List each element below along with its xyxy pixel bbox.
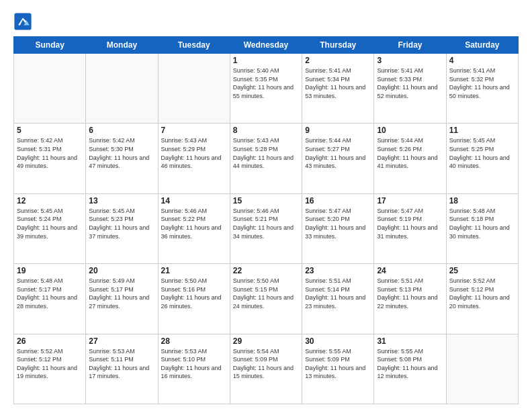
day-info: Sunrise: 5:45 AM Sunset: 5:24 PM Dayligh… [17, 207, 83, 240]
day-info: Sunrise: 5:44 AM Sunset: 5:26 PM Dayligh… [377, 136, 443, 170]
day-info: Sunrise: 5:41 AM Sunset: 5:34 PM Dayligh… [305, 66, 371, 100]
day-number: 19 [17, 266, 83, 275]
weekday-header-thursday: Thursday [302, 37, 374, 54]
day-number: 8 [233, 126, 299, 135]
weekday-header-tuesday: Tuesday [158, 37, 230, 54]
day-number: 9 [305, 126, 371, 135]
day-number: 12 [17, 196, 83, 205]
day-info: Sunrise: 5:51 AM Sunset: 5:13 PM Dayligh… [377, 277, 443, 310]
day-number: 16 [305, 196, 371, 205]
day-number: 25 [449, 266, 515, 275]
day-number: 1 [233, 56, 299, 65]
weekday-header-sunday: Sunday [14, 37, 86, 54]
day-info: Sunrise: 5:49 AM Sunset: 5:17 PM Dayligh… [89, 277, 154, 310]
day-number: 18 [449, 196, 515, 205]
day-info: Sunrise: 5:41 AM Sunset: 5:32 PM Dayligh… [449, 66, 515, 100]
calendar-cell: 27Sunrise: 5:53 AM Sunset: 5:11 PM Dayli… [86, 334, 158, 404]
day-info: Sunrise: 5:45 AM Sunset: 5:25 PM Dayligh… [449, 136, 515, 170]
calendar-cell: 17Sunrise: 5:47 AM Sunset: 5:19 PM Dayli… [374, 193, 446, 263]
day-number: 5 [17, 126, 83, 135]
svg-rect-0 [14, 13, 31, 30]
calendar-cell [446, 334, 518, 404]
day-number: 15 [233, 196, 299, 205]
day-number: 14 [161, 196, 227, 205]
day-info: Sunrise: 5:55 AM Sunset: 5:08 PM Dayligh… [377, 347, 443, 381]
calendar-week-row: 19Sunrise: 5:48 AM Sunset: 5:17 PM Dayli… [14, 264, 519, 334]
day-info: Sunrise: 5:44 AM Sunset: 5:27 PM Dayligh… [305, 136, 371, 170]
calendar-cell: 31Sunrise: 5:55 AM Sunset: 5:08 PM Dayli… [374, 334, 446, 404]
calendar-cell: 29Sunrise: 5:54 AM Sunset: 5:09 PM Dayli… [230, 334, 302, 404]
day-info: Sunrise: 5:53 AM Sunset: 5:11 PM Dayligh… [89, 347, 154, 381]
calendar-cell: 9Sunrise: 5:44 AM Sunset: 5:27 PM Daylig… [302, 124, 374, 193]
calendar-cell: 23Sunrise: 5:51 AM Sunset: 5:14 PM Dayli… [302, 264, 374, 334]
calendar-week-row: 12Sunrise: 5:45 AM Sunset: 5:24 PM Dayli… [14, 193, 519, 263]
calendar-week-row: 5Sunrise: 5:42 AM Sunset: 5:31 PM Daylig… [14, 124, 519, 193]
day-info: Sunrise: 5:50 AM Sunset: 5:16 PM Dayligh… [161, 277, 227, 310]
calendar-cell: 25Sunrise: 5:52 AM Sunset: 5:12 PM Dayli… [446, 264, 518, 334]
calendar-cell: 11Sunrise: 5:45 AM Sunset: 5:25 PM Dayli… [446, 124, 518, 193]
day-number: 21 [161, 266, 227, 275]
calendar-cell: 16Sunrise: 5:47 AM Sunset: 5:20 PM Dayli… [302, 193, 374, 263]
day-number: 28 [161, 336, 227, 346]
day-number: 29 [233, 336, 299, 346]
day-number: 23 [305, 266, 371, 275]
day-number: 27 [89, 336, 154, 346]
logo [13, 12, 35, 31]
calendar-cell: 28Sunrise: 5:53 AM Sunset: 5:10 PM Dayli… [158, 334, 230, 404]
calendar-cell: 14Sunrise: 5:46 AM Sunset: 5:22 PM Dayli… [158, 193, 230, 263]
calendar-cell: 7Sunrise: 5:43 AM Sunset: 5:29 PM Daylig… [158, 124, 230, 193]
day-info: Sunrise: 5:47 AM Sunset: 5:19 PM Dayligh… [377, 207, 443, 240]
day-number: 31 [377, 336, 443, 346]
calendar-cell [158, 54, 230, 124]
weekday-header-saturday: Saturday [446, 37, 518, 54]
day-info: Sunrise: 5:52 AM Sunset: 5:12 PM Dayligh… [17, 347, 83, 381]
day-info: Sunrise: 5:51 AM Sunset: 5:14 PM Dayligh… [305, 277, 371, 310]
day-info: Sunrise: 5:48 AM Sunset: 5:17 PM Dayligh… [17, 277, 83, 310]
calendar-cell: 5Sunrise: 5:42 AM Sunset: 5:31 PM Daylig… [14, 124, 86, 193]
day-number: 26 [17, 336, 83, 346]
calendar-cell [14, 54, 86, 124]
day-info: Sunrise: 5:46 AM Sunset: 5:21 PM Dayligh… [233, 207, 299, 240]
calendar-week-row: 1Sunrise: 5:40 AM Sunset: 5:35 PM Daylig… [14, 54, 519, 124]
calendar-cell: 30Sunrise: 5:55 AM Sunset: 5:09 PM Dayli… [302, 334, 374, 404]
day-number: 30 [305, 336, 371, 346]
calendar-cell: 6Sunrise: 5:42 AM Sunset: 5:30 PM Daylig… [86, 124, 158, 193]
day-info: Sunrise: 5:40 AM Sunset: 5:35 PM Dayligh… [233, 66, 299, 100]
header [13, 12, 519, 31]
day-info: Sunrise: 5:45 AM Sunset: 5:23 PM Dayligh… [89, 207, 154, 240]
day-number: 3 [377, 56, 443, 65]
calendar-cell: 13Sunrise: 5:45 AM Sunset: 5:23 PM Dayli… [86, 193, 158, 263]
day-info: Sunrise: 5:50 AM Sunset: 5:15 PM Dayligh… [233, 277, 299, 310]
page: SundayMondayTuesdayWednesdayThursdayFrid… [0, 0, 532, 411]
day-number: 2 [305, 56, 371, 65]
calendar-cell: 2Sunrise: 5:41 AM Sunset: 5:34 PM Daylig… [302, 54, 374, 124]
day-number: 11 [449, 126, 515, 135]
calendar-cell: 1Sunrise: 5:40 AM Sunset: 5:35 PM Daylig… [230, 54, 302, 124]
day-info: Sunrise: 5:47 AM Sunset: 5:20 PM Dayligh… [305, 207, 371, 240]
calendar-table: SundayMondayTuesdayWednesdayThursdayFrid… [13, 36, 519, 404]
calendar-cell: 24Sunrise: 5:51 AM Sunset: 5:13 PM Dayli… [374, 264, 446, 334]
day-number: 22 [233, 266, 299, 275]
day-info: Sunrise: 5:43 AM Sunset: 5:28 PM Dayligh… [233, 136, 299, 170]
day-info: Sunrise: 5:41 AM Sunset: 5:33 PM Dayligh… [377, 66, 443, 100]
day-info: Sunrise: 5:43 AM Sunset: 5:29 PM Dayligh… [161, 136, 227, 170]
calendar-cell [86, 54, 158, 124]
day-info: Sunrise: 5:46 AM Sunset: 5:22 PM Dayligh… [161, 207, 227, 240]
day-number: 7 [161, 126, 227, 135]
calendar-cell: 22Sunrise: 5:50 AM Sunset: 5:15 PM Dayli… [230, 264, 302, 334]
day-info: Sunrise: 5:52 AM Sunset: 5:12 PM Dayligh… [449, 277, 515, 310]
logo-icon [13, 12, 32, 31]
calendar-cell: 21Sunrise: 5:50 AM Sunset: 5:16 PM Dayli… [158, 264, 230, 334]
weekday-header-monday: Monday [86, 37, 158, 54]
day-number: 10 [377, 126, 443, 135]
day-number: 13 [89, 196, 154, 205]
calendar-week-row: 26Sunrise: 5:52 AM Sunset: 5:12 PM Dayli… [14, 334, 519, 404]
weekday-header-friday: Friday [374, 37, 446, 54]
calendar-cell: 19Sunrise: 5:48 AM Sunset: 5:17 PM Dayli… [14, 264, 86, 334]
day-number: 4 [449, 56, 515, 65]
day-info: Sunrise: 5:53 AM Sunset: 5:10 PM Dayligh… [161, 347, 227, 381]
day-info: Sunrise: 5:42 AM Sunset: 5:30 PM Dayligh… [89, 136, 154, 170]
calendar-cell: 8Sunrise: 5:43 AM Sunset: 5:28 PM Daylig… [230, 124, 302, 193]
calendar-cell: 10Sunrise: 5:44 AM Sunset: 5:26 PM Dayli… [374, 124, 446, 193]
day-info: Sunrise: 5:48 AM Sunset: 5:18 PM Dayligh… [449, 207, 515, 240]
